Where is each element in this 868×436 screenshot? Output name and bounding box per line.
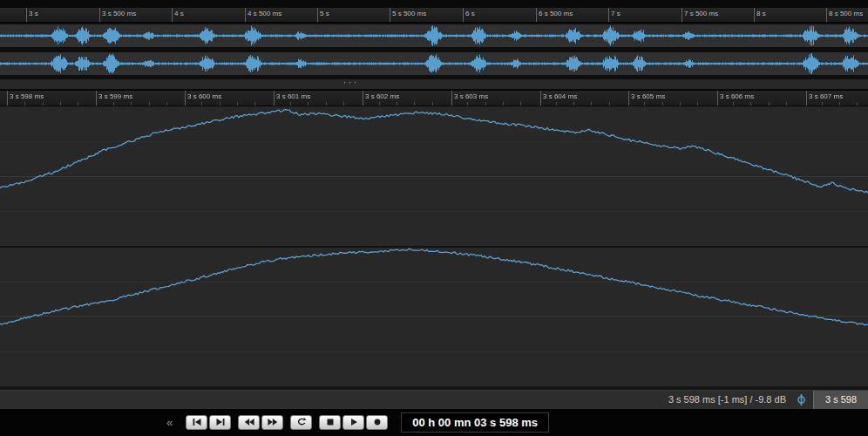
ruler-tick (463, 8, 464, 21)
ruler-minor-tick (220, 102, 220, 106)
transport-bar: « 00 h 00 mn 03 s 598 ms (0, 409, 868, 436)
overview-waveform-panel[interactable] (0, 23, 868, 78)
ruler-tick (185, 91, 186, 106)
ruler-minor-tick (520, 102, 521, 106)
ruler-minor-tick (733, 102, 734, 106)
ruler-minor-tick (503, 102, 504, 106)
ruler-minor-tick (43, 102, 44, 106)
ruler-tick-label: 3 s 604 ms (543, 92, 577, 101)
ruler-minor-tick (24, 102, 25, 106)
main-timeline-ruler[interactable]: 3 s 598 ms3 s 599 ms3 s 600 ms3 s 601 ms… (0, 90, 868, 106)
ruler-tick-label: 3 s 606 ms (720, 92, 754, 101)
ruler-tick-label: 5 s 500 ms (392, 10, 426, 18)
ruler-tick-label: 3 s 607 ms (809, 92, 843, 101)
loop-icon (296, 417, 307, 427)
ruler-minor-tick (237, 102, 238, 106)
go-to-end-button[interactable] (209, 415, 231, 430)
splitter-handle[interactable]: ··· (342, 76, 358, 88)
ruler-tick-label: 8 s 500 ms (829, 10, 863, 18)
play-icon (349, 417, 359, 427)
ruler-tick-label: 7 s (611, 10, 620, 18)
loop-button[interactable] (290, 415, 312, 430)
ruler-minor-tick (485, 102, 486, 106)
ruler-minor-tick (78, 102, 78, 106)
ruler-minor-tick (414, 102, 415, 106)
ruler-tick (717, 91, 718, 106)
ruler-tick-label: 3 s 500 ms (102, 10, 136, 18)
play-button[interactable] (342, 415, 364, 430)
ruler-tick-label: 7 s 500 ms (684, 10, 718, 18)
ruler-minor-tick (432, 102, 433, 106)
ruler-minor-tick (644, 102, 645, 106)
collapse-chevron[interactable]: « (166, 416, 173, 429)
ruler-minor-tick (822, 102, 823, 106)
ruler-tick-label: 8 s (756, 10, 766, 18)
ruler-tick (682, 8, 682, 21)
ruler-tick-label: 3 s 598 ms (10, 92, 44, 101)
ruler-minor-tick (149, 102, 150, 106)
cursor-position-icon (795, 393, 808, 406)
overview-waveform-canvas[interactable] (0, 23, 868, 78)
ruler-tick (608, 8, 609, 21)
ruler-tick (7, 91, 8, 106)
ruler-tick (540, 91, 541, 106)
ruler-tick (806, 91, 807, 106)
ruler-minor-tick (769, 102, 770, 106)
ruler-minor-tick (397, 102, 397, 106)
overview-timeline-ruler[interactable]: 3 s3 s 500 ms4 s4 s 500 ms5 s5 s 500 ms6… (0, 8, 868, 22)
ruler-minor-tick (308, 102, 309, 106)
ruler-tick (317, 8, 318, 21)
go-to-start-icon (192, 417, 202, 427)
ruler-tick (274, 91, 275, 106)
ruler-minor-tick (113, 102, 114, 106)
ruler-tick-label: 3 s 600 ms (187, 92, 221, 101)
panel-splitter[interactable]: ··· (0, 78, 868, 90)
ruler-minor-tick (254, 102, 255, 106)
ruler-minor-tick (839, 102, 840, 106)
go-to-end-icon (215, 417, 226, 427)
ruler-tick-label: 6 s (465, 10, 475, 18)
ruler-minor-tick (662, 102, 663, 106)
ruler-minor-tick (131, 102, 132, 106)
ruler-tick (628, 91, 629, 106)
ruler-minor-tick (750, 102, 751, 106)
ruler-tick-label: 5 s (320, 10, 329, 18)
ruler-tick (96, 91, 97, 106)
ruler-minor-tick (467, 102, 468, 106)
ruler-tick (363, 91, 363, 106)
status-time-box[interactable]: 3 s 598 (813, 391, 868, 409)
ruler-minor-tick (326, 102, 327, 106)
ruler-tick (536, 8, 537, 21)
ruler-tick-label: 6 s 500 ms (539, 10, 573, 18)
main-waveform-canvas[interactable] (0, 106, 868, 386)
ruler-tick (754, 8, 755, 21)
ruler-minor-tick (857, 102, 858, 106)
ruler-minor-tick (290, 102, 291, 106)
ruler-tick (390, 8, 390, 21)
main-waveform-panel[interactable] (0, 106, 868, 386)
record-icon (372, 417, 383, 427)
ruler-tick-label: 4 s 500 ms (248, 10, 281, 18)
stop-button[interactable] (319, 415, 341, 430)
transport-button-group (185, 415, 389, 430)
cursor-position-readout: 3 s 598 ms [-1 ms] / -9.8 dB (668, 394, 786, 405)
ruler-tick (99, 8, 100, 21)
ruler-tick (826, 8, 827, 21)
fast-forward-button[interactable] (261, 415, 283, 430)
ruler-tick-label: 3 s 603 ms (454, 92, 488, 101)
ruler-tick (26, 8, 27, 21)
ruler-minor-tick (379, 102, 380, 106)
audio-editor-window: 3 s3 s 500 ms4 s4 s 500 ms5 s5 s 500 ms6… (0, 0, 868, 436)
stop-icon (325, 417, 336, 427)
go-to-start-button[interactable] (186, 415, 207, 430)
ruler-tick-label: 3 s 605 ms (631, 92, 665, 101)
ruler-tick (172, 8, 173, 21)
ruler-tick-label: 3 s 599 ms (98, 92, 132, 101)
rewind-button[interactable] (238, 415, 260, 430)
ruler-minor-tick (680, 102, 681, 106)
ruler-tick (245, 8, 246, 21)
record-button[interactable] (366, 415, 388, 430)
ruler-tick-label: 3 s 602 ms (365, 92, 399, 101)
ruler-tick-label: 3 s (29, 10, 38, 18)
ruler-minor-tick (573, 102, 574, 106)
